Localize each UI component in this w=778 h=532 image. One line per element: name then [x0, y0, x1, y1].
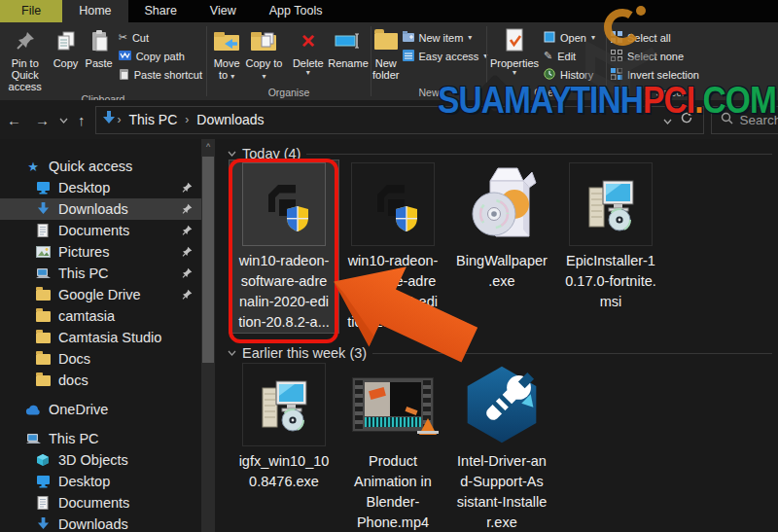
- msi-installer-icon: [569, 162, 653, 246]
- amd-installer-icon: [351, 162, 435, 246]
- properties-icon: [504, 26, 525, 55]
- dropdown-caret-icon: ▾: [306, 69, 310, 77]
- downloads-icon: [35, 201, 51, 217]
- folder-icon: [35, 330, 51, 345]
- dropdown-caret-icon: ▾: [513, 69, 516, 77]
- open-icon: [544, 31, 555, 45]
- cut-button[interactable]: ✂ Cut: [116, 28, 205, 47]
- 3d-objects-icon: [35, 452, 51, 468]
- sidebar-scrollbar[interactable]: ^: [201, 139, 215, 532]
- vlc-cone-icon: [419, 418, 437, 435]
- sidebar-item-downloads[interactable]: Downloads: [0, 198, 201, 220]
- new-small-buttons: New item ▾ Easy access ▾: [400, 23, 491, 65]
- downloads-location-icon: [102, 111, 116, 129]
- sidebar-item-camtasia[interactable]: camtasia: [0, 305, 201, 327]
- back-button[interactable]: ←: [7, 112, 21, 128]
- breadcrumb-separator-icon: ›: [183, 113, 191, 126]
- file-explorer-window: File Home Share View App Tools Pin to Qu…: [0, 0, 778, 532]
- watermark-text: SUAMAYTINHPCI.COM: [438, 80, 776, 122]
- tab-view[interactable]: View: [194, 0, 253, 22]
- pushpin-icon: [15, 26, 36, 55]
- recent-locations-dropdown[interactable]: [59, 115, 68, 125]
- sidebar-item-google-drive[interactable]: Google Drive: [0, 284, 201, 305]
- sidebar-item-this-pc-section[interactable]: This PC: [0, 428, 201, 449]
- paste-shortcut-button[interactable]: Paste shortcut: [116, 65, 205, 84]
- breadcrumb-downloads[interactable]: Downloads: [191, 112, 269, 127]
- sidebar-item-downloads-pc[interactable]: Downloads: [0, 514, 201, 532]
- intel-driver-hexagon-icon: [460, 363, 544, 446]
- sidebar-item-documents[interactable]: Documents: [0, 220, 201, 241]
- copy-icon: [55, 26, 76, 55]
- folder-icon: [35, 372, 51, 388]
- pictures-icon: [35, 244, 51, 260]
- rename-button[interactable]: Rename: [327, 23, 370, 69]
- copy-to-button[interactable]: Copy to ▾: [245, 23, 282, 81]
- group-divider: [306, 154, 772, 155]
- new-folder-icon: [374, 26, 398, 55]
- scrollbar-thumb[interactable]: [202, 157, 214, 363]
- file-tile-blender-video[interactable]: Product Animation in Blender- Phone.mp4: [338, 361, 447, 532]
- new-folder-button[interactable]: New folder: [372, 23, 400, 81]
- move-to-button[interactable]: Move to ▾: [208, 23, 245, 81]
- properties-button[interactable]: Properties ▾: [488, 23, 541, 77]
- sidebar-item-this-pc[interactable]: This PC: [0, 263, 201, 284]
- delete-button[interactable]: × Delete ▾: [290, 23, 327, 77]
- chevron-down-icon: [228, 350, 236, 356]
- document-icon: [35, 223, 51, 238]
- copy-button[interactable]: Copy: [49, 23, 82, 69]
- copy-path-button[interactable]: Copy path: [116, 47, 205, 65]
- file-name: Intel-Driver-an d-Support-As sistant-Ins…: [457, 451, 548, 532]
- scissors-icon: ✂: [119, 31, 127, 44]
- paste-button[interactable]: Paste: [83, 23, 116, 69]
- forward-button[interactable]: →: [35, 112, 50, 128]
- dropdown-caret-icon: ▾: [230, 72, 234, 81]
- file-tile-igfx[interactable]: igfx_win10_10 0.8476.exe: [230, 361, 338, 532]
- sidebar-item-quick-access[interactable]: ★ Quick access: [0, 156, 201, 177]
- pin-icon: [182, 223, 193, 238]
- pin-icon: [182, 244, 193, 260]
- ribbon-group-organise: Move to ▾ Copy to ▾ × Delete ▾: [207, 22, 371, 100]
- sidebar-item-docs-lower[interactable]: docs: [0, 370, 201, 391]
- move-to-icon: [212, 26, 241, 55]
- tab-app-tools[interactable]: App Tools: [253, 0, 339, 22]
- easy-access-button[interactable]: Easy access ▾: [400, 47, 491, 65]
- dropdown-caret-icon: ▾: [262, 72, 265, 81]
- pin-icon: [182, 201, 193, 217]
- tab-share[interactable]: Share: [128, 0, 194, 22]
- sidebar-item-desktop-pc[interactable]: Desktop: [0, 471, 201, 492]
- dropdown-caret-icon: ▾: [468, 34, 472, 42]
- desktop-icon: [35, 474, 51, 489]
- sidebar-item-camtasia-studio[interactable]: Camtasia Studio: [0, 327, 201, 348]
- this-pc-icon: [25, 431, 41, 446]
- new-item-button[interactable]: New item ▾: [400, 28, 491, 47]
- breadcrumb-separator-icon: ›: [116, 113, 124, 126]
- file-name: BingWallpaper .exe: [456, 251, 548, 292]
- navigation-pane: ★ Quick access Desktop Downloads Documen…: [0, 139, 201, 532]
- sidebar-item-documents-pc[interactable]: Documents: [0, 492, 201, 514]
- tab-home[interactable]: Home: [62, 0, 127, 22]
- sidebar-item-onedrive[interactable]: OneDrive: [0, 399, 201, 420]
- organise-group-label: Organise: [208, 86, 370, 100]
- up-button[interactable]: ↑: [78, 112, 86, 128]
- desktop-icon: [35, 180, 51, 195]
- pin-to-quick-access-button[interactable]: Pin to Quick access: [1, 23, 49, 92]
- sidebar-item-docs[interactable]: Docs: [0, 348, 201, 370]
- watermark-dot: .: [694, 80, 702, 121]
- folder-icon: [35, 308, 51, 324]
- file-tile-intel-driver[interactable]: Intel-Driver-an d-Support-As sistant-Ins…: [447, 361, 556, 532]
- document-icon: [35, 495, 51, 511]
- sidebar-item-pictures[interactable]: Pictures: [0, 241, 201, 263]
- sidebar-item-desktop[interactable]: Desktop: [0, 177, 201, 198]
- easy-access-icon: [403, 50, 414, 63]
- breadcrumb-this-pc[interactable]: This PC: [124, 112, 184, 127]
- sidebar-item-3d-objects[interactable]: 3D Objects: [0, 449, 201, 471]
- group-header-earlier-this-week[interactable]: Earlier this week (3): [228, 345, 772, 361]
- scrollbar-up-arrow[interactable]: ^: [201, 139, 215, 155]
- folder-icon: [35, 351, 51, 367]
- file-tile-epicinstaller[interactable]: EpicInstaller-1 0.17.0-fortnite. msi: [556, 160, 665, 333]
- delete-x-icon: ×: [301, 26, 315, 55]
- file-name: igfx_win10_10 0.8476.exe: [239, 451, 330, 492]
- paste-shortcut-icon: [119, 68, 129, 82]
- tab-file[interactable]: File: [0, 0, 62, 22]
- ribbon-group-clipboard: Pin to Quick access Copy Paste ✂: [0, 22, 206, 100]
